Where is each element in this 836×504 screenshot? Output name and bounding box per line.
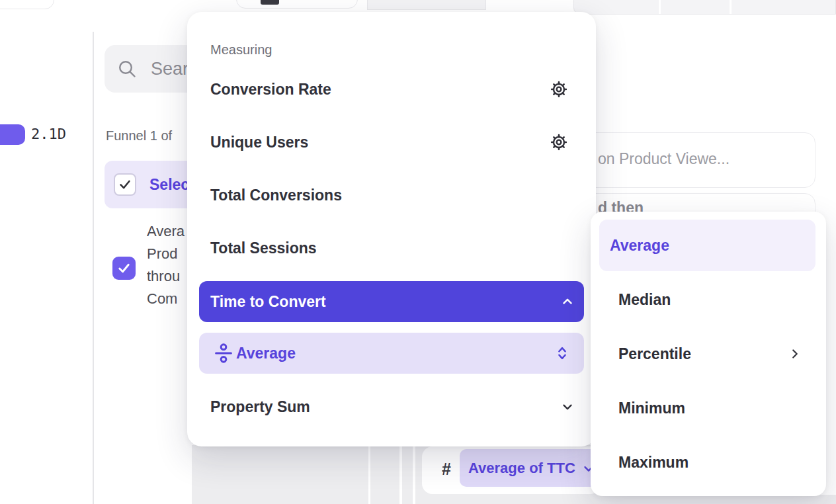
- chevron-up-icon: [560, 294, 575, 309]
- background-panel-top-middle: [367, 0, 486, 10]
- agg-item-minimum[interactable]: Minimum: [599, 382, 815, 434]
- agg-item-average[interactable]: Average: [599, 220, 815, 271]
- background-card-top-left: [0, 0, 54, 9]
- menu-item-time-to-convert[interactable]: Time to Convert: [199, 281, 584, 322]
- measuring-menu: Measuring Conversion Rate Unique Users: [187, 12, 596, 446]
- table-column-divider: [368, 445, 370, 504]
- menu-item-unique-users[interactable]: Unique Users: [199, 122, 584, 163]
- background-table-area: [601, 495, 836, 504]
- metric-selector[interactable]: Average of TTC: [460, 449, 601, 487]
- toolbar-button-icon: [261, 0, 279, 5]
- menu-item-property-sum[interactable]: Property Sum: [199, 386, 584, 427]
- select-checkbox[interactable]: [114, 173, 136, 196]
- checkmark-icon: [118, 177, 132, 192]
- metric-selector-label: Average of TTC: [468, 460, 575, 477]
- gear-icon[interactable]: [550, 134, 567, 151]
- table-column-divider: [399, 445, 402, 504]
- funnel-bar-value-label: 2.1D: [31, 126, 66, 142]
- event-card-text: on Product Viewe...: [598, 150, 730, 168]
- checkmark-icon: [116, 261, 132, 276]
- agg-item-median[interactable]: Median: [599, 274, 815, 325]
- gear-icon[interactable]: [550, 81, 567, 98]
- menu-item-total-sessions[interactable]: Total Sessions: [199, 228, 584, 269]
- chevron-up-down-icon: [555, 345, 569, 361]
- app-canvas: 2.1D Sear Funnel 1 of Selec Avera Prod t…: [0, 0, 836, 504]
- menu-item-total-conversions[interactable]: Total Conversions: [199, 175, 584, 216]
- step-description: Avera Prod throu Com: [147, 220, 185, 310]
- chevron-down-icon: [560, 399, 575, 414]
- step-description-line: Prod: [147, 243, 185, 265]
- agg-item-percentile[interactable]: Percentile: [599, 328, 815, 380]
- funnel-caption: Funnel 1 of: [106, 128, 172, 144]
- numeric-type-label: #: [442, 460, 451, 479]
- panel-divider: [730, 0, 732, 14]
- chevron-right-icon: [788, 347, 802, 361]
- menu-section-title: Measuring: [210, 42, 272, 58]
- agg-item-maximum[interactable]: Maximum: [599, 437, 815, 488]
- vertical-divider: [93, 32, 94, 504]
- table-column-divider: [413, 445, 415, 504]
- step-description-line: Com: [147, 288, 185, 310]
- metric-card: # Average of TTC: [422, 446, 601, 494]
- average-icon: [213, 343, 234, 364]
- search-placeholder: Sear: [151, 59, 188, 79]
- aggregation-menu: Average Median Percentile Minimum Maximu…: [591, 212, 826, 496]
- background-toolbar-button[interactable]: [236, 0, 358, 9]
- search-icon: [117, 59, 138, 79]
- step-description-line: throu: [147, 265, 185, 288]
- funnel-bar-segment[interactable]: [0, 124, 25, 145]
- background-panel-top-right: [573, 0, 836, 15]
- step-description-line: Avera: [147, 220, 185, 243]
- step-checkbox[interactable]: [112, 257, 136, 280]
- menu-item-ttc-average[interactable]: Average: [199, 333, 584, 374]
- select-row-label: Selec: [149, 176, 189, 194]
- menu-item-conversion-rate[interactable]: Conversion Rate: [199, 69, 584, 110]
- panel-divider: [659, 0, 661, 14]
